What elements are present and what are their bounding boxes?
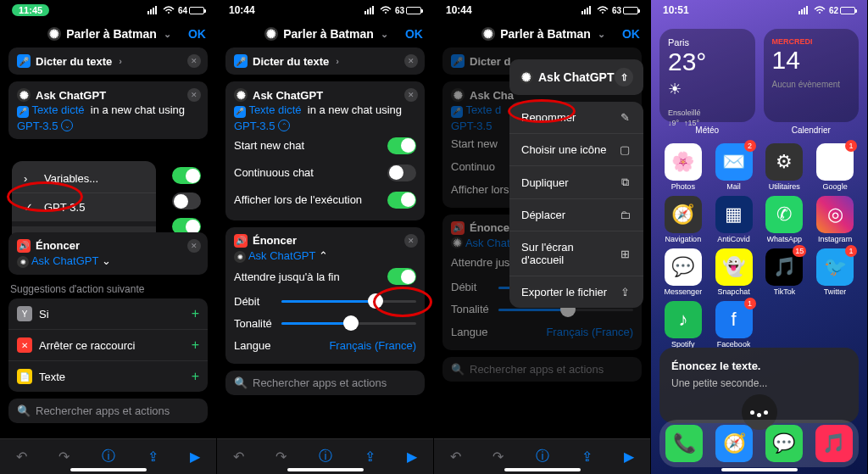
run-button[interactable]: ▶ [190,449,200,465]
home-indicator[interactable] [721,468,798,471]
speak-action[interactable]: ✕ 🔊Énoncer ✺ Ask ChatGPT ⌃ Attendre jusq… [225,227,425,365]
dictate-action[interactable]: 🎤Dicter du texte›✕ [225,47,425,75]
chevron-down-icon[interactable]: ⌄ [381,29,388,40]
run-button[interactable]: ▶ [407,449,417,465]
choose-icon-row[interactable]: Choisir une icône▢ [509,134,643,166]
chevron-down-icon[interactable]: ⌄ [598,29,605,40]
model-picker[interactable]: GPT-3.5 [234,120,275,132]
app-photos[interactable]: 🌸Photos [661,143,705,191]
model-option[interactable]: ✓GPT-3.5 [12,193,156,221]
move-row[interactable]: Déplacer🗀 [509,199,643,231]
done-button[interactable]: OK [622,27,640,41]
remove-action-button[interactable]: ✕ [187,239,201,253]
toggle-new-chat[interactable] [172,167,201,184]
dock-app[interactable]: 📞 [665,425,703,462]
app-spotify[interactable]: ♪Spotify [661,301,705,349]
run-button[interactable]: ▶ [624,449,634,465]
app-tiktok[interactable]: 🎵15TikTok [763,248,807,296]
model-picker[interactable]: GPT-3.5 [17,120,58,132]
shortcut-title[interactable]: Parler à Batman [66,27,157,41]
shortcut-title[interactable]: Parler à Batman [500,27,591,41]
ask-chatgpt-action[interactable]: ✕ ✺Ask ChatGPT 🎤 Texte dicté in a new ch… [225,81,425,220]
toggle-continuous[interactable] [387,165,416,181]
rename-row[interactable]: Renommer✎ [509,102,643,134]
suggestion-if[interactable]: YSi+ [8,298,208,330]
chevron-down-icon[interactable]: ⌄ [102,254,111,267]
rate-slider[interactable] [281,293,416,309]
chevron-up-icon[interactable]: ⌃ [319,249,328,262]
weather-widget[interactable]: Paris 23° ☀︎ Ensoleillé ↓9°↑15° [659,29,755,122]
dictated-text-var[interactable]: Texte dicté [248,103,301,116]
app-messenger[interactable]: 💬Messenger [661,248,705,296]
chevron-up-icon[interactable]: ⌃ [278,120,290,131]
speak-input-var[interactable]: Ask ChatGPT [31,254,98,267]
row-new-chat: Start new chat [234,139,304,152]
variables-row[interactable]: ›Variables... [12,165,156,192]
remove-action-button[interactable]: ✕ [404,54,418,68]
toggle-continuous[interactable] [172,192,201,209]
info-button[interactable]: ⓘ [102,448,115,466]
ask-chatgpt-action[interactable]: ✕ ✺Ask ChatGPT 🎤 Texte dicté in a new ch… [8,81,208,139]
remove-action-button[interactable]: ✕ [404,88,418,102]
share-button[interactable]: ⇪ [147,449,159,465]
undo-button[interactable]: ↶ [16,449,27,465]
duplicate-row[interactable]: Dupliquer⧉ [509,166,643,199]
add-home-row[interactable]: Sur l'écran d'accueil⊞ [509,231,643,276]
add-icon[interactable]: + [192,337,199,353]
suggestion-text[interactable]: 📄Texte+ [8,361,208,392]
undo-button[interactable]: ↶ [233,449,244,465]
done-button[interactable]: OK [188,27,206,41]
remove-action-button[interactable]: ✕ [404,234,418,248]
search-field[interactable]: 🔍Rechercher apps et actions [8,399,208,423]
share-button[interactable]: ⇪ [364,449,376,465]
speak-action[interactable]: ✕ 🔊Énoncer ✺ Ask ChatGPT ⌄ [8,232,208,276]
redo-button[interactable]: ↷ [275,449,287,465]
dock-app[interactable]: 🧭 [715,425,753,462]
done-button[interactable]: OK [405,27,423,41]
share-button[interactable]: ⇧ [615,68,633,86]
app-utilitaires[interactable]: ⚙︎Utilitaires [763,143,807,191]
chevron-down-icon[interactable]: ⌄ [61,120,73,131]
app-navigation[interactable]: 🧭Navigation [661,196,705,243]
pitch-slider[interactable] [281,315,416,331]
home-indicator[interactable] [287,468,364,471]
app-anticovid[interactable]: ▦AntiCovid [712,196,756,243]
calendar-widget[interactable]: MERCREDI 14 Aucun évènement [764,29,860,122]
app-whatsapp[interactable]: ✆WhatsApp [763,196,807,243]
dock-app[interactable]: 🎵 [815,425,853,462]
remove-action-button[interactable]: ✕ [187,54,201,68]
info-button[interactable]: ⓘ [536,448,549,466]
shortcut-title[interactable]: Parler à Batman [283,27,374,41]
toggle-show-run[interactable] [387,192,416,209]
add-icon[interactable]: + [192,306,199,321]
app-snapchat[interactable]: 👻Snapchat [712,248,756,296]
chevron-down-icon[interactable]: ⌄ [164,29,171,40]
share-button[interactable]: ⇪ [581,449,593,465]
home-indicator[interactable] [70,468,147,471]
label-rate: Débit [234,295,275,308]
search-field[interactable]: 🔍Rechercher apps et actions [225,371,425,395]
app-google[interactable]: G1Google [813,143,857,191]
app-facebook[interactable]: f1Facebook [712,301,756,349]
app-twitter[interactable]: 🐦1Twitter [813,248,857,296]
add-icon[interactable]: + [192,369,199,384]
app-mail[interactable]: ✉️2Mail [712,143,756,191]
info-button[interactable]: ⓘ [319,448,332,466]
dock-app[interactable]: 💬 [765,425,803,462]
toggle-wait[interactable] [387,268,416,285]
suggestion-stop[interactable]: ✕Arrêter ce raccourci+ [8,330,208,361]
search-field[interactable]: 🔍Rechercher apps et actions [442,357,642,382]
redo-button[interactable]: ↷ [58,449,70,465]
dictate-action[interactable]: 🎤Dicter du texte› ✕ [8,47,208,75]
speak-input-var[interactable]: Ask ChatGPT [248,249,315,262]
home-indicator[interactable] [504,468,581,471]
language-picker[interactable]: Français (France) [329,339,416,352]
redo-button[interactable]: ↷ [492,449,504,465]
app-instagram[interactable]: ◎Instagram [813,196,857,243]
remove-action-button[interactable]: ✕ [187,88,201,102]
undo-button[interactable]: ↶ [450,449,461,465]
export-row[interactable]: Exporter le fichier⇪ [509,276,643,308]
toggle-new-chat[interactable] [387,137,416,154]
badge: 1 [845,140,857,152]
dictated-text-var[interactable]: Texte dicté [31,103,84,116]
